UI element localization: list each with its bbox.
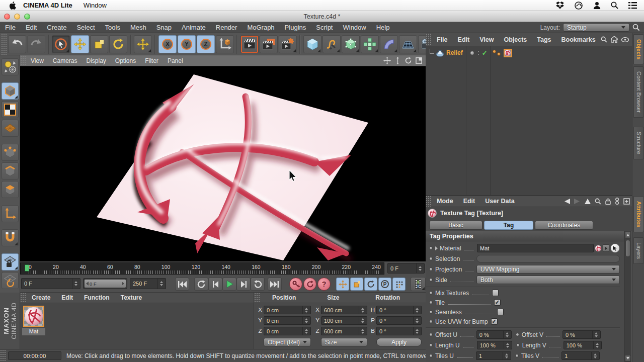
menu-tools[interactable]: Tools — [100, 24, 125, 31]
anim-dot-icon[interactable] — [429, 246, 433, 250]
link-icon[interactable] — [615, 198, 619, 205]
play-button[interactable] — [222, 278, 236, 291]
tile-checkbox[interactable]: ✓ — [494, 299, 501, 306]
next-frame-button[interactable] — [236, 278, 251, 291]
anim-dot-icon[interactable] — [429, 267, 433, 271]
side-dropdown[interactable]: Both — [476, 276, 620, 284]
menu-snap[interactable]: Snap — [151, 24, 177, 31]
viewport-zoom-icon[interactable] — [394, 57, 401, 64]
undo-button[interactable] — [8, 35, 26, 53]
lock-z-axis-button[interactable]: Z — [197, 35, 215, 53]
floor-environment-button[interactable] — [399, 35, 417, 53]
objects-menu-edit[interactable]: Edit — [453, 36, 475, 43]
workplane-mode-button[interactable] — [2, 120, 19, 137]
add-cube-button[interactable] — [303, 35, 321, 53]
add-spline-button[interactable] — [323, 35, 341, 53]
history-back-icon[interactable] — [564, 199, 570, 204]
anim-dot-icon[interactable] — [516, 333, 519, 336]
viewport-menu-cameras[interactable]: Cameras — [48, 57, 82, 64]
layout-search-icon[interactable] — [632, 24, 640, 31]
seamless-checkbox[interactable] — [497, 309, 504, 315]
anim-dot-icon[interactable] — [429, 310, 433, 314]
anim-dot-icon[interactable] — [429, 343, 433, 347]
menu-plugins[interactable]: Plugins — [280, 24, 311, 31]
viewport-grip[interactable] — [20, 55, 26, 66]
attr-menu-edit[interactable]: Edit — [458, 198, 480, 205]
subdivision-surface-button[interactable] — [342, 35, 360, 53]
object-row-relief[interactable]: Relief ✓ — [426, 48, 632, 58]
lock-y-axis-button[interactable]: Y — [178, 35, 196, 53]
autokey-button[interactable] — [303, 278, 316, 291]
apply-button[interactable]: Apply — [376, 338, 422, 346]
record-keyframe-button[interactable] — [289, 278, 302, 291]
tab-content-browser[interactable]: Content Browser — [633, 66, 644, 118]
object-manager-grip[interactable] — [426, 33, 432, 46]
parent-up-icon[interactable] — [585, 199, 591, 204]
key-pla-button[interactable] — [392, 278, 406, 291]
texture-tag-icon[interactable] — [504, 49, 512, 57]
stepper-icon[interactable] — [72, 279, 77, 289]
material-name-label[interactable]: Mat — [22, 328, 45, 335]
material-menu-create[interactable]: Create — [26, 294, 56, 301]
editor-visibility-dot[interactable] — [470, 51, 474, 55]
toolbar-grip[interactable] — [1, 33, 7, 55]
last-used-tool[interactable] — [134, 35, 152, 53]
position-x-field[interactable]: 0 cm — [264, 306, 311, 314]
rotation-p-field[interactable]: 0 ° — [376, 316, 422, 325]
search-icon[interactable] — [595, 198, 601, 205]
menubar-app-name[interactable]: CINEMA 4D Lite — [23, 2, 72, 9]
eye-icon[interactable] — [621, 37, 629, 42]
rotate-tool[interactable] — [109, 35, 127, 53]
material-link-field[interactable]: Mat — [477, 244, 594, 252]
viewport-menu-panel[interactable]: Panel — [163, 57, 188, 64]
size-y-field[interactable]: 100 cm — [321, 316, 367, 325]
texture-mode-button[interactable] — [2, 101, 19, 118]
tab-structure[interactable]: Structure — [633, 127, 644, 159]
render-to-picture-viewer-button[interactable] — [260, 35, 278, 53]
current-frame-field[interactable]: 0 F — [21, 278, 80, 289]
phong-tag-dot[interactable] — [493, 50, 496, 53]
menu-animate[interactable]: Animate — [177, 24, 211, 31]
key-rotation-button[interactable] — [364, 278, 377, 291]
anim-dot-icon[interactable] — [429, 291, 433, 295]
offset-v-field[interactable]: 0 % — [562, 330, 601, 339]
tiles-u-field[interactable]: 1 — [476, 351, 511, 360]
mix-textures-checkbox[interactable] — [492, 290, 499, 296]
prev-key-button[interactable] — [194, 278, 208, 291]
creative-cloud-icon[interactable] — [574, 2, 583, 10]
tab-coordinates[interactable]: Coordinates — [535, 221, 593, 230]
tab-layers[interactable]: Layers — [633, 237, 644, 264]
menu-create[interactable]: Create — [42, 24, 71, 31]
coordinate-system-button[interactable] — [216, 35, 234, 53]
anim-dot-icon[interactable] — [429, 301, 433, 304]
material-picker-button[interactable] — [610, 243, 620, 253]
anim-dot-icon[interactable] — [429, 257, 433, 260]
anim-dot-icon[interactable] — [516, 343, 520, 347]
tab-attributes[interactable]: Attributes — [633, 196, 644, 232]
scroll-down-icon[interactable] — [625, 355, 631, 361]
notification-center-icon[interactable] — [628, 2, 637, 9]
range-left-arrow-icon[interactable] — [86, 282, 89, 286]
edges-mode-button[interactable] — [2, 162, 19, 179]
render-settings-button[interactable] — [279, 35, 297, 53]
size-z-field[interactable]: 600 cm — [321, 327, 367, 335]
scroll-up-icon[interactable] — [625, 232, 631, 238]
menu-script[interactable]: Script — [311, 24, 338, 31]
material-menu-function[interactable]: Function — [78, 294, 115, 301]
scale-tool[interactable] — [90, 35, 108, 53]
length-v-field[interactable]: 100 % — [564, 341, 602, 349]
timeline-frame-field[interactable]: 0 F — [387, 263, 425, 274]
viewport-rotate-icon[interactable] — [405, 57, 412, 64]
scrollbar-thumb[interactable] — [625, 240, 630, 257]
rotation-h-field[interactable]: 0 ° — [376, 306, 422, 314]
dropbox-icon[interactable] — [556, 2, 564, 9]
move-tool[interactable] — [71, 35, 89, 53]
tab-tag[interactable]: Tag — [484, 221, 533, 230]
viewport-menu-filter[interactable]: Filter — [140, 57, 163, 64]
goto-end-button[interactable] — [268, 278, 282, 291]
objects-menu-tags[interactable]: Tags — [532, 36, 556, 43]
menu-file[interactable]: File — [0, 24, 21, 31]
anim-dot-icon[interactable] — [429, 320, 433, 323]
material-menu-edit[interactable]: Edit — [56, 294, 78, 301]
live-selection-tool[interactable] — [52, 35, 70, 53]
